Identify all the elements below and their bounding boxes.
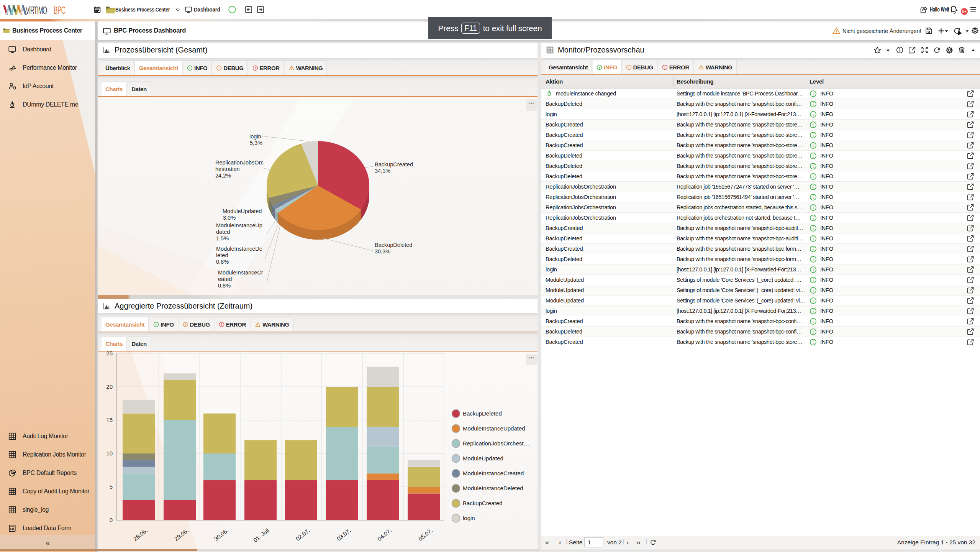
svg-text:eated: eated: [218, 276, 232, 282]
svg-text:ModuleInstanceUpdated: ModuleInstanceUpdated: [463, 425, 525, 432]
svg-text:0,8%: 0,8%: [218, 283, 231, 289]
svg-text:login: login: [249, 133, 261, 140]
svg-text:ModuleInstanceCr: ModuleInstanceCr: [218, 269, 263, 276]
svg-text:15: 15: [106, 417, 113, 423]
svg-text:ReplicationJobsOrchest…: ReplicationJobsOrchest…: [463, 440, 529, 447]
svg-text:03.07.: 03.07.: [336, 527, 352, 542]
svg-text:25: 25: [106, 352, 113, 356]
svg-text:0: 0: [110, 517, 113, 523]
svg-text:10: 10: [106, 450, 113, 457]
svg-text:login: login: [463, 515, 475, 521]
svg-text:ModuleInstanceCreated: ModuleInstanceCreated: [463, 470, 524, 476]
svg-text:24,2%: 24,2%: [215, 172, 231, 179]
svg-text:30.06.: 30.06.: [213, 527, 229, 542]
svg-text:dated: dated: [216, 229, 230, 235]
svg-text:ModuleInstanceUp: ModuleInstanceUp: [216, 222, 262, 228]
svg-text:ModuleInstanceDeleted: ModuleInstanceDeleted: [463, 485, 523, 491]
svg-text:30,3%: 30,3%: [375, 248, 390, 255]
svg-text:0,8%: 0,8%: [216, 259, 229, 265]
svg-text:02.07.: 02.07.: [295, 527, 311, 542]
svg-text:3,0%: 3,0%: [223, 215, 236, 221]
svg-text:04.07.: 04.07.: [376, 527, 393, 542]
svg-text:leted: leted: [216, 252, 228, 258]
svg-text:BackupCreated: BackupCreated: [463, 500, 502, 506]
svg-text:ModuleUpdated: ModuleUpdated: [463, 455, 503, 462]
svg-text:01. Juli: 01. Juli: [252, 527, 270, 544]
svg-text:hestration: hestration: [215, 166, 240, 172]
svg-text:BackupDeleted: BackupDeleted: [375, 242, 412, 248]
svg-text:5,3%: 5,3%: [250, 140, 262, 146]
svg-text:28.06.: 28.06.: [132, 527, 149, 542]
svg-text:ModuleInstanceDe: ModuleInstanceDe: [216, 246, 262, 252]
svg-text:05.07.: 05.07.: [417, 527, 434, 542]
svg-text:5: 5: [110, 483, 113, 490]
svg-text:ModuleUpdated: ModuleUpdated: [223, 208, 262, 214]
svg-text:20: 20: [106, 383, 113, 390]
svg-text:BackupDeleted: BackupDeleted: [463, 410, 502, 417]
svg-text:BackupCreated: BackupCreated: [375, 161, 413, 168]
svg-text:1,5%: 1,5%: [216, 235, 229, 242]
svg-text:ReplicationJobsOrc: ReplicationJobsOrc: [215, 159, 264, 166]
svg-text:34,1%: 34,1%: [375, 168, 390, 174]
svg-text:29.06.: 29.06.: [173, 527, 190, 542]
